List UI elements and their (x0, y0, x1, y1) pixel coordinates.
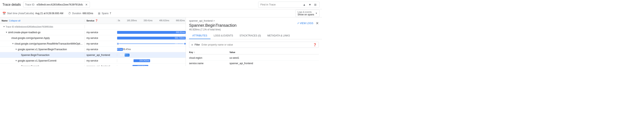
clock-icon: ⏱ (68, 12, 71, 15)
span-name-4: google.spanner.v1.Spanner/BeginTransacti… (18, 48, 67, 51)
filter-help-icon[interactable]: ❓ (313, 43, 316, 46)
detail-title: Spanner.BeginTransaction (189, 23, 236, 28)
view-logs-link[interactable]: ↗ VIEW LOGS (297, 22, 313, 25)
table-row[interactable]: ▼ simil:create-player-loadtest-go my-ser… (0, 30, 186, 35)
bar-label-4-outside: 55.47ms (123, 48, 131, 50)
bar-label-1: 660.82ms (176, 31, 185, 33)
table-row[interactable]: Spanner.Commit spanner_api_frontend 150.… (0, 64, 186, 66)
tick-2: 330.41ms (144, 20, 152, 22)
timeline-cell-5: 46.928ms (117, 52, 186, 58)
trace-id-row-name: Trace ID e5b0edceec6265d6ea1bee7630f016d… (6, 26, 53, 28)
attribute-row: service.name spanner_api_frontend (189, 61, 319, 66)
attribute-row: cloud.region us-west1 (189, 55, 319, 61)
table-row[interactable]: ▼ cloud.google.com/go/spanner.ReadWriteT… (0, 41, 186, 47)
logs-events-value: Show on spans (298, 13, 314, 16)
table-row[interactable]: ▼ google.spanner.v1.Spanner/BeginTransac… (0, 47, 186, 52)
span-name-5: Spanner.BeginTransaction (21, 54, 50, 57)
find-expand-button[interactable]: ⊞ (313, 3, 317, 7)
table-row[interactable]: cloud.google.com/go/spanner.Apply my-ser… (0, 35, 186, 41)
logs-events-label: Logs & events (298, 11, 314, 13)
start-time-label: Start time (Asia/Calcutta) (7, 12, 34, 15)
trace-table-header: Name Collapse all Service ❓ 0s 165.205ms… (0, 18, 186, 24)
find-in-trace-input[interactable] (260, 3, 301, 6)
table-row[interactable]: Spanner.BeginTransaction spanner_api_fro… (0, 52, 186, 58)
tab-metadata-links[interactable]: METADATA & LINKS (264, 33, 293, 39)
tab-stacktraces[interactable]: STACKTRACES (0) (236, 33, 264, 39)
attributes-table-header: Key ↑ Value (189, 50, 319, 54)
find-prev-button[interactable]: ▲ (302, 3, 306, 7)
close-detail-button[interactable]: ✕ (316, 21, 319, 26)
start-time-meta: 📅 Start time (Asia/Calcutta) Aug 21 at 9… (2, 12, 63, 15)
trace-id-row[interactable]: ▼ Trace ID e5b0edceec6265d6ea1bee7630f01… (0, 24, 186, 30)
service-cell-3: my-service (85, 42, 117, 45)
expand-icon-6: ▼ (14, 59, 18, 62)
expand-icon-1: ▼ (5, 31, 8, 34)
tab-attributes[interactable]: ATTRIBUTES (189, 33, 210, 39)
timeline-cell-3: 660.721ms (117, 41, 186, 46)
find-next-button[interactable]: ▼ (308, 3, 312, 7)
detail-tabs: ATTRIBUTES LOGS & EVENTS STACKTRACES (0)… (189, 33, 319, 39)
expand-icon-7 (18, 65, 21, 66)
timeline-cell-0 (117, 24, 186, 29)
expand-icon-3: ▼ (11, 42, 14, 45)
service-cell-7: spanner_api_frontend (85, 65, 117, 66)
attr-key-0: cloud.region (189, 57, 230, 59)
detail-header: spanner_api_frontend > Spanner.BeginTran… (186, 18, 322, 39)
span-name-2: cloud.google.com/go/spanner.Apply (11, 37, 50, 40)
span-name-7: Spanner.Commit (21, 65, 39, 66)
spans-meta: ⊞ Spans 7 (98, 12, 111, 15)
logs-events-dropdown[interactable]: Logs & events Show on spans ▼ (295, 10, 320, 17)
tick-0: 0s (118, 20, 120, 22)
trace-id-label: Trace ID: (25, 3, 35, 6)
timeline-cell-2: 660.726ms (117, 35, 186, 41)
clear-trace-id-button[interactable]: ✕ (85, 3, 88, 7)
service-cell-1: my-service (85, 31, 117, 34)
service-col-label: Service (86, 20, 94, 22)
name-col-label: Name (2, 20, 8, 22)
service-cell-2: my-service (85, 37, 117, 40)
attr-val-1: spanner_api_frontend (230, 62, 319, 65)
expand-icon-2 (8, 36, 11, 40)
filter-icon: ≡ (191, 43, 193, 46)
service-help-icon: ❓ (95, 19, 98, 22)
detail-body: ≡ Filter ❓ Key ↑ Value cloud.region u (186, 39, 322, 66)
timeline-cell-7: 150.863ms (117, 64, 186, 66)
key-sort-icon[interactable]: ↑ (194, 51, 195, 53)
tick-1: 165.205ms (127, 20, 137, 22)
duration-label: Duration (72, 12, 81, 15)
tick-4: 660.82ms (176, 20, 185, 22)
tick-3: 495.615ms (159, 20, 169, 22)
timeline-cell-4: 55.47ms 55.47ms (117, 47, 186, 52)
dropdown-chevron-icon: ▼ (315, 12, 317, 14)
bar-label-3: 660.721ms (175, 43, 185, 45)
filter-bar: ≡ Filter ❓ (189, 42, 319, 48)
trace-id-value: e5b0edceec6265d6ea1bee7630f016dc (36, 3, 83, 6)
timeline-cell-1: 660.82ms (117, 30, 186, 35)
service-cell-5: spanner_api_frontend (85, 54, 117, 57)
trace-id-box: Trace ID: e5b0edceec6265d6ea1bee7630f016… (23, 2, 90, 8)
view-logs-label: VIEW LOGS (300, 22, 313, 25)
attr-val-0: us-west1 (230, 57, 319, 59)
page-title: Trace details (2, 3, 21, 7)
tab-logs-events[interactable]: LOGS & EVENTS (210, 33, 236, 39)
key-col-label: Key (189, 51, 193, 53)
detail-panel-wrapper: spanner_api_frontend > Spanner.BeginTran… (186, 18, 322, 66)
bar-label-6: 159.342ms (140, 60, 149, 62)
expand-icon-trace: ▼ (2, 25, 6, 28)
spans-value: 7 (110, 12, 111, 15)
spans-icon: ⊞ (98, 12, 100, 15)
duration-value: 660.82ms (82, 12, 93, 15)
external-link-icon: ↗ (297, 22, 299, 25)
calendar-icon: 📅 (2, 12, 6, 15)
table-row[interactable]: ▼ google.spanner.v1.Spanner/Commit my-se… (0, 58, 186, 64)
trace-panel: Name Collapse all Service ❓ 0s 165.205ms… (0, 18, 186, 66)
collapse-all-button[interactable]: Collapse all (9, 20, 20, 22)
span-name-1: simil:create-player-loadtest-go (8, 31, 40, 34)
span-name-3: cloud.google.com/go/spanner.ReadWriteTra… (14, 42, 84, 45)
filter-input[interactable] (202, 43, 312, 46)
bar-label-4: 55.47ms (114, 48, 122, 50)
duration-meta: ⏱ Duration 660.82ms (68, 12, 93, 15)
expand-icon-5 (18, 53, 21, 57)
breadcrumb: spanner_api_frontend > (189, 20, 236, 22)
find-in-trace-box: ▲ ▼ ⊞ (258, 2, 320, 8)
